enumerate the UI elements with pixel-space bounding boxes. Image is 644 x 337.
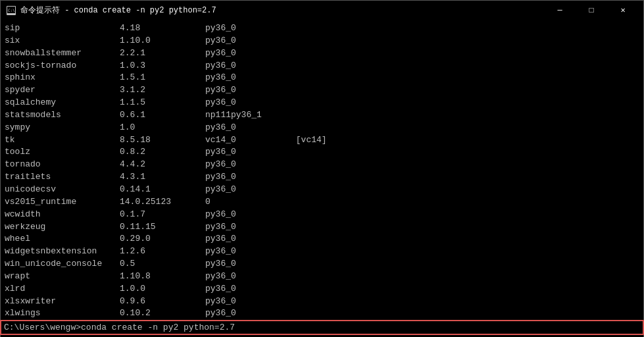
titlebar-left: C:\ 命令提示符 - conda create -n py2 python=2…	[6, 5, 216, 16]
terminal-output: sip4.18py36_0six1.10.0py36_0snowballstem…	[0, 20, 644, 320]
terminal-icon: C:\	[6, 5, 16, 16]
list-item: tk8.5.18vc14_0 [vc14]	[5, 134, 639, 147]
command-line[interactable]: C:\Users\wengw>conda create -n py2 pytho…	[0, 320, 644, 335]
list-item: wcwidth0.1.7py36_0	[5, 209, 639, 221]
list-item: six1.10.0py36_0	[5, 35, 639, 47]
list-item: xlrd1.0.0py36_0	[5, 283, 639, 296]
minimize-button[interactable]: —	[545, 1, 575, 20]
list-item: win_unicode_console0.5py36_0	[5, 258, 639, 271]
list-item: vs2015_runtime14.0.251230	[5, 196, 639, 209]
list-item: xlsxwriter0.9.6py36_0	[5, 296, 639, 308]
cmd-text: conda create -n py2 python=2.7	[81, 323, 235, 332]
list-item: unicodecsv0.14.1py36_0	[5, 184, 639, 196]
list-item: tornado4.4.2py36_0	[5, 159, 639, 171]
titlebar: C:\ 命令提示符 - conda create -n py2 python=2…	[0, 0, 644, 20]
list-item: snowballstemmer2.2.1py36_0	[5, 47, 639, 60]
cmd-prompt: C:\Users\wengw>	[4, 323, 81, 332]
list-item: xlwings0.10.2py36_0	[5, 307, 639, 320]
titlebar-title: 命令提示符 - conda create -n py2 python=2.7	[20, 5, 216, 16]
list-item: toolz0.8.2py36_0	[5, 146, 639, 159]
list-item: traitlets4.3.1py36_0	[5, 171, 639, 184]
list-item: statsmodels0.6.1np111py36_1	[5, 109, 639, 122]
list-item: sympy1.0py36_0	[5, 122, 639, 134]
titlebar-buttons: — □ ✕	[545, 1, 638, 20]
list-item: sqlalchemy1.1.5py36_0	[5, 97, 639, 109]
list-item: widgetsnbextension1.2.6py36_0	[5, 246, 639, 258]
list-item: sphinx1.5.1py36_0	[5, 72, 639, 84]
list-item: spyder3.1.2py36_0	[5, 84, 639, 97]
list-item: wheel0.29.0py36_0	[5, 233, 639, 246]
list-item: wrapt1.10.8py36_0	[5, 271, 639, 283]
list-item: sockjs-tornado1.0.3py36_0	[5, 60, 639, 72]
list-item: sip4.18py36_0	[5, 22, 639, 35]
close-button[interactable]: ✕	[608, 1, 638, 20]
maximize-button[interactable]: □	[576, 1, 607, 20]
svg-text:C:\: C:\	[8, 8, 15, 13]
list-item: werkzeug0.11.15py36_0	[5, 221, 639, 234]
